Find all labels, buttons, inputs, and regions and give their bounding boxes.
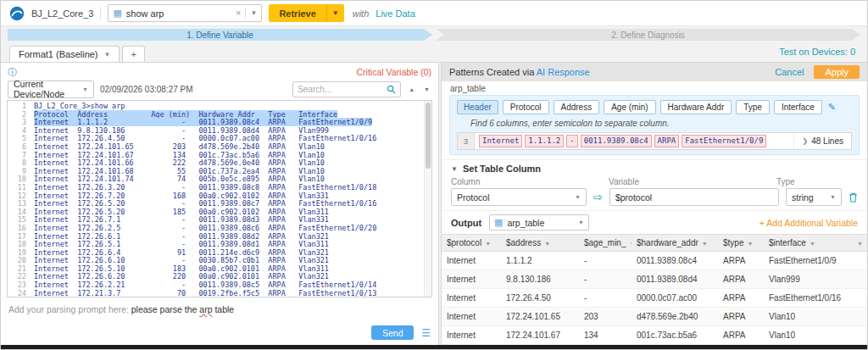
- output-table-row[interactable]: Internet172.24.101.65203d478.569e.2b40AR…: [442, 308, 867, 326]
- output-table-row[interactable]: Internet9.8.130.186-0011.9389.08d4ARPAVl…: [442, 270, 867, 289]
- cancel-button[interactable]: Cancel: [775, 67, 804, 77]
- find-previous-button[interactable]: ▲: [407, 85, 416, 94]
- step-define-variable[interactable]: 1. Define Variable: [8, 29, 432, 41]
- live-data-link[interactable]: Live Data: [376, 8, 415, 19]
- output-table-row[interactable]: Internet1.1.1.2-0011.9389.08c4ARPAFastEt…: [442, 252, 867, 270]
- chevron-down-icon[interactable]: ▼: [451, 165, 458, 173]
- prompt-text[interactable]: table: [213, 304, 235, 314]
- chevron-down-icon[interactable]: ▼: [82, 86, 88, 92]
- output-column-header[interactable]: $interface▼: [764, 235, 854, 252]
- column-dropdown-caret[interactable]: ▼: [629, 241, 632, 247]
- apply-button[interactable]: Apply: [814, 65, 860, 79]
- tab-format1-baseline[interactable]: Format1 (Baseline) ▼: [9, 46, 120, 62]
- clear-command-icon[interactable]: ×: [236, 8, 241, 18]
- console-output[interactable]: BJ_L2_Core_3>show arpProtocol Address Ag…: [31, 101, 431, 297]
- device-node-select[interactable]: Current Device/Node ▼: [8, 81, 94, 98]
- search-icon[interactable]: [387, 85, 396, 94]
- matched-token[interactable]: 1.1.1.2: [526, 136, 563, 147]
- console-line[interactable]: Internet 172.21.3.7 70 0019.2fbe.f5c5 AR…: [34, 290, 431, 297]
- column-pill[interactable]: Interface: [774, 100, 822, 114]
- search-box[interactable]: [292, 81, 401, 97]
- prompt-menu-icon[interactable]: ☰: [421, 328, 431, 338]
- column-pill[interactable]: Hardware Addr: [660, 100, 732, 114]
- column-dropdown-caret[interactable]: ▼: [747, 241, 753, 247]
- matched-token[interactable]: -: [567, 136, 576, 147]
- type-select[interactable]: string ▼: [786, 188, 842, 206]
- current-device-name: BJ_L2_Core_3: [31, 8, 93, 19]
- step-define-diagnosis[interactable]: 2. Define Diagnosis: [436, 29, 860, 41]
- wizard-steps: 1. Define Variable 2. Define Diagnosis: [1, 26, 867, 43]
- chevron-down-icon[interactable]: ▼: [830, 194, 836, 200]
- column-pill[interactable]: Age (min): [604, 100, 655, 114]
- matched-token[interactable]: FastEthernet1/0/9: [682, 136, 765, 147]
- retrieve-dropdown-caret[interactable]: ▼: [326, 4, 344, 22]
- table-options-caret[interactable]: ▼: [857, 241, 863, 247]
- output-column-header[interactable]: $age_min_▼: [579, 235, 632, 252]
- expand-lines-button[interactable]: ❯ 48 Lines: [793, 133, 851, 149]
- command-combobox[interactable]: ▦ show arp × ▼: [108, 4, 262, 22]
- scrollbar-thumb[interactable]: [426, 103, 431, 169]
- output-table-select[interactable]: ▦ arp_table ▼: [489, 214, 589, 231]
- output-column-header-label: $address: [506, 238, 541, 247]
- output-table-row[interactable]: Internet172.26.4.50-0000.0c07.ac00ARPAFa…: [442, 289, 867, 308]
- prompt-text[interactable]: please parse the: [129, 304, 199, 314]
- info-icon[interactable]: ⓘ: [8, 68, 17, 77]
- add-additional-variable-link[interactable]: + Add Additional Variable: [760, 218, 858, 228]
- add-format-tab-button[interactable]: +: [122, 46, 144, 62]
- output-table-cell: Internet: [442, 326, 501, 345]
- chevron-down-icon[interactable]: ▼: [104, 51, 111, 58]
- matched-token[interactable]: Internet: [480, 136, 521, 147]
- critical-variable-link[interactable]: Critical Variable (0): [357, 67, 432, 77]
- output-table-container: $protocol▼$address▼$age_min_▼$hardware_a…: [442, 234, 867, 346]
- output-table-cell: -: [579, 270, 632, 289]
- test-on-devices-link[interactable]: Test on Devices: 0: [779, 47, 855, 57]
- prompt-misspelled-word[interactable]: arp: [199, 304, 212, 314]
- pattern-definition-box: Header ProtocolAddressAge (min)Hardware …: [449, 95, 860, 155]
- column-dropdown-caret[interactable]: ▼: [485, 241, 491, 247]
- column-select[interactable]: Protocol ▼: [451, 188, 587, 206]
- app-logo-icon: [9, 6, 25, 21]
- retrieve-button-label[interactable]: Retrieve: [269, 4, 326, 22]
- parsing-prompt-area[interactable]: Add your parsing prompt here: please par…: [7, 297, 432, 325]
- matched-token[interactable]: 0011.9389.08c4: [581, 136, 651, 147]
- line-number-gutter: 123456789101112131415161718192021222324: [8, 101, 31, 297]
- output-table-cell: ARPA: [718, 252, 764, 270]
- variable-name-input[interactable]: [609, 188, 779, 206]
- output-table-cell: 001c.73ac.b5a6: [632, 326, 718, 345]
- main-content: ⓘ Critical Variable (0) Current Device/N…: [1, 62, 867, 347]
- edit-header-icon[interactable]: ✎: [828, 102, 836, 113]
- chevron-down-icon[interactable]: ▼: [250, 10, 257, 17]
- column-dropdown-caret[interactable]: ▼: [544, 241, 550, 247]
- output-column-header[interactable]: $protocol▼: [442, 235, 501, 252]
- find-next-button[interactable]: ▼: [422, 85, 431, 94]
- retrieve-button[interactable]: Retrieve ▼: [269, 4, 343, 22]
- table-options-header[interactable]: ▼: [854, 235, 867, 252]
- command-text[interactable]: show arp: [126, 8, 231, 19]
- map-arrow-icon[interactable]: ⇨: [593, 192, 603, 203]
- column-dropdown-caret[interactable]: ▼: [702, 241, 708, 247]
- matched-token[interactable]: ARPA: [655, 136, 679, 147]
- output-table-cell-filler: [854, 326, 867, 345]
- ai-response-link[interactable]: AI Response: [537, 67, 590, 77]
- chevron-down-icon[interactable]: ▼: [578, 219, 584, 225]
- header-tag[interactable]: Header: [457, 100, 498, 114]
- send-button[interactable]: Send: [371, 325, 414, 340]
- delete-variable-icon[interactable]: [849, 192, 858, 203]
- output-table-row[interactable]: Internet172.24.101.67134001c.73ac.b5a6AR…: [442, 326, 867, 345]
- output-column-header[interactable]: $hardware_addr▼: [632, 235, 718, 252]
- column-pill[interactable]: Type: [736, 100, 770, 114]
- patterns-panel: Patterns Created via AI Response Cancel …: [441, 62, 867, 347]
- column-dropdown-caret[interactable]: ▼: [810, 241, 815, 247]
- output-row: Output ▦ arp_table ▼ + Add Additional Va…: [442, 210, 867, 234]
- vertical-scrollbar[interactable]: [424, 101, 431, 297]
- search-input[interactable]: [298, 85, 383, 94]
- cli-output-viewer[interactable]: 123456789101112131415161718192021222324 …: [7, 100, 432, 297]
- output-column-header[interactable]: $address▼: [501, 235, 579, 252]
- variable-definition-panel: ⓘ Critical Variable (0) Current Device/N…: [1, 62, 439, 347]
- column-pill[interactable]: Address: [554, 100, 600, 114]
- column-pill[interactable]: Protocol: [503, 100, 549, 114]
- set-table-column-section[interactable]: ▼ Set Table Column: [442, 159, 867, 175]
- output-table-cell: 172.26.4.50: [501, 289, 579, 308]
- chevron-down-icon[interactable]: ▼: [575, 194, 581, 200]
- output-column-header[interactable]: $type▼: [718, 235, 764, 252]
